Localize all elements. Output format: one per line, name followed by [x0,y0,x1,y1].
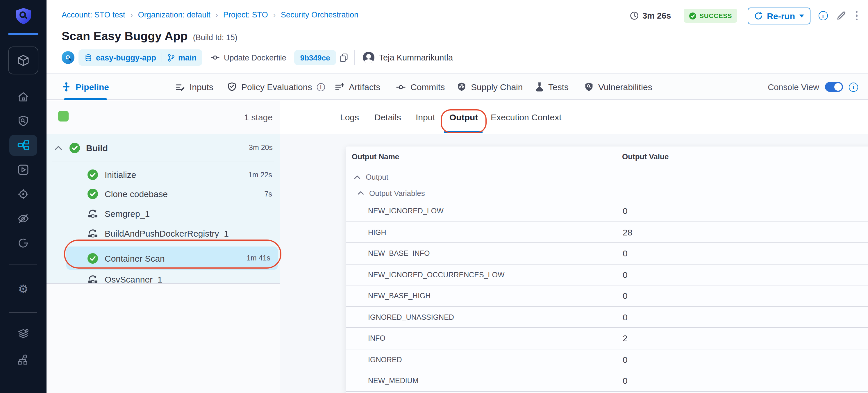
pipeline-step-row[interactable]: Clone codebase 7s [46,184,280,204]
output-value-cell: 28 [623,227,632,237]
sidebar-item-home[interactable] [9,87,37,108]
build-stage-row[interactable]: Build 3m 20s [46,134,280,162]
sidebar-divider [9,265,37,265]
status-badge: SUCCESS [684,9,737,23]
refresh-icon [754,11,763,20]
commit-message[interactable]: Update Dockerfile [224,53,286,62]
tab-inputs[interactable]: Inputs [176,74,213,100]
tab-execution-context[interactable]: Execution Context [491,100,562,134]
clock-icon [630,11,639,20]
output-group-row[interactable]: Output [346,169,868,185]
breadcrumb-separator: › [130,11,133,19]
console-view-info-icon[interactable]: i [849,82,858,92]
breadcrumb-account[interactable]: Account: STO test [62,10,125,19]
breadcrumb-module[interactable]: Security Orchestration [281,10,359,19]
tab-tests[interactable]: Tests [535,74,568,100]
pill-divider [161,53,162,62]
output-name-cell: NEW_IGNORED_OCCURRENCES_LOW [368,271,505,279]
shield-search-icon [17,115,30,127]
stage-status-square[interactable] [58,111,69,121]
output-value-cell: 0 [623,269,628,279]
pipelines-icon [17,139,30,152]
sidebar-item-environments[interactable] [9,350,37,370]
tab-artifacts[interactable]: Artifacts [335,74,380,100]
module-selector-button[interactable] [8,47,38,74]
output-table-row: IGNORED_UNASSIGNED 0 [346,307,868,328]
pipeline-step-row[interactable]: OsvScanner_1 [46,271,280,287]
git-branch-icon [167,53,175,62]
sto-shield-logo-icon[interactable] [14,6,33,26]
inputs-icon [176,82,185,92]
policy-info-icon: i [316,83,325,91]
sidebar-item-getting-started[interactable] [9,233,37,253]
meta-divider [354,50,354,65]
execution-info-icon[interactable]: i [818,11,828,20]
tab-policy-evaluations[interactable]: Policy Evaluations i [227,74,325,100]
step-label: Initialize [105,170,136,180]
step-status-icon [87,274,98,284]
executions-play-icon [17,163,30,176]
tab-logs[interactable]: Logs [340,100,359,134]
sidebar-item-executions[interactable] [9,159,37,180]
sidebar-item-targets[interactable] [9,184,37,205]
branch-name: main [178,53,196,62]
output-table-row: NEW_IGNORED_LOW 0 [346,201,868,222]
output-table-row: IGNORED 0 [346,349,868,370]
copy-icon[interactable] [339,53,348,62]
breadcrumb-project[interactable]: Project: STO [223,10,268,19]
pipeline-step-row[interactable]: BuildAndPushDockerRegistry_1 [46,223,280,243]
rerun-caret-icon [799,14,804,17]
execution-content: 1 stage Build 3m 20s Initialize 1m 22s [46,100,868,393]
step-detail-panel: Logs Details Input Output Execution Cont… [280,100,868,393]
output-value-cell: 0 [623,248,628,258]
tests-flask-icon [535,82,544,92]
tab-input[interactable]: Input [416,100,435,134]
success-check-icon [689,12,696,20]
output-table-row: NEW_MEDIUM 0 [346,370,868,392]
sidebar-item-scans[interactable] [9,111,37,131]
output-name-cell: NEW_BASE_HIGH [368,292,431,300]
stage-divider [52,162,274,162]
pipeline-step-row[interactable]: Initialize 1m 22s [46,165,280,184]
breadcrumb-separator: › [273,11,276,19]
pipeline-step-row[interactable]: Container Scan 1m 41s [66,246,278,270]
active-detail-tab-underline [444,131,483,133]
step-label: Semgrep_1 [105,208,150,218]
console-view-toggle[interactable] [825,82,843,92]
commit-sha-link[interactable]: 9b349ce [294,50,336,65]
left-nav-rail: ⚙ [0,0,46,393]
repo-name: easy-buggy-app [96,53,156,62]
output-value-cell: 0 [623,354,628,364]
sidebar-item-exemptions[interactable] [9,208,37,229]
step-duration: 1m 22s [248,171,272,179]
sidebar-item-settings[interactable]: ⚙ [9,278,37,299]
rerun-button[interactable]: Re-run [748,7,810,24]
more-options-icon[interactable] [856,11,858,21]
tab-output[interactable]: Output [450,100,478,134]
vulnerabilities-shield-icon [584,82,594,92]
output-rows: NEW_IGNORED_LOW 0 HIGH 28 NEW_BASE_INFO … [346,201,868,392]
breadcrumb-organization[interactable]: Organization: default [138,10,211,19]
output-value-cell: 2 [623,333,628,343]
tab-details[interactable]: Details [374,100,401,134]
output-table-row: NEW_BASE_INFO 0 [346,243,868,264]
column-output-value: Output Value [622,152,669,161]
pipeline-step-row[interactable]: Semgrep_1 [46,204,280,223]
edit-pipeline-icon[interactable] [836,10,846,21]
output-variables-group-row[interactable]: Output Variables [346,185,868,201]
sidebar-item-default-settings[interactable] [9,324,37,345]
tab-commits[interactable]: Commits [396,74,445,100]
sidebar-item-pipelines[interactable] [9,135,37,156]
collapse-chevron-icon[interactable] [55,145,62,150]
step-list: Initialize 1m 22s Clone codebase 7s Semg… [46,165,280,287]
output-table-card: Output Name Output Value Output Output V… [346,147,868,393]
tab-pipeline[interactable]: Pipeline [62,74,109,100]
home-icon [17,91,30,103]
repo-branch-pill[interactable]: easy-buggy-app main [79,50,202,66]
tab-vulnerabilities[interactable]: Vulnerabilities [584,74,652,100]
harness-pipeline-execution-page: ⚙ Account: STO test › Organization: defa… [0,0,868,393]
tab-supply-chain[interactable]: Supply Chain [457,74,523,100]
step-status-icon [87,252,98,264]
column-output-name: Output Name [352,152,399,161]
layers-settings-icon [17,329,30,341]
